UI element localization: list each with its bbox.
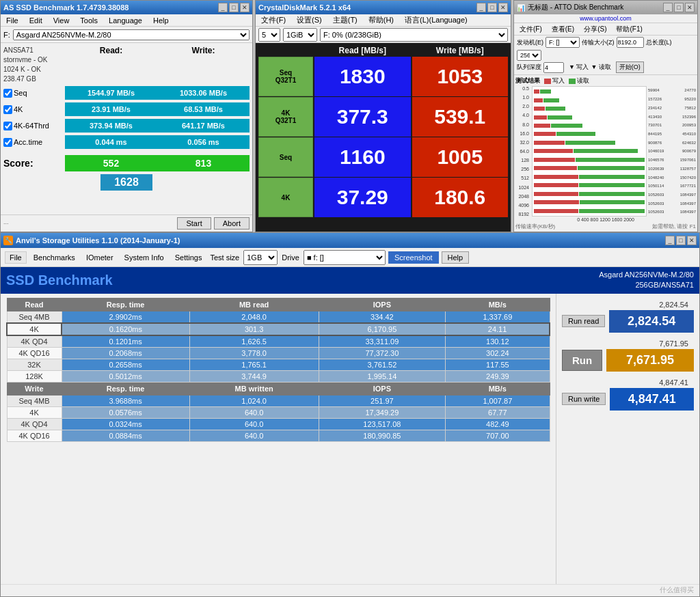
cdm-window: CrystalDiskMark 5.2.1 x64 _ □ ✕ 文件(F) 设置…: [255, 0, 511, 232]
atto-x-axis: 0 400 800 1200 1600 2000: [577, 217, 634, 222]
atto-close-btn[interactable]: ✕: [685, 3, 695, 12]
atto-length-select[interactable]: 256 M: [517, 50, 541, 61]
cdm-seq-q32t1-read: 1830: [314, 57, 411, 96]
anvil-write-4kqd4-row: 4K QD4 0.0324ms 640.0 123,517.08 482.49: [7, 418, 550, 430]
atto-y-512: 512: [515, 176, 529, 180]
anvil-run-total-score-box: 7,671.95: [606, 349, 694, 372]
anvil-menu-file[interactable]: File: [5, 251, 27, 264]
as-ssd-seq-write: 1033.06 MB/s: [157, 86, 250, 100]
as-ssd-score-label: Score:: [3, 158, 65, 169]
atto-length-label: 总长度(L): [646, 38, 672, 47]
anvil-write-4k-row: 4K 0.0576ms 640.0 17,349.29 67.77: [7, 406, 550, 418]
atto-menu-edit[interactable]: 查看(E): [549, 25, 577, 34]
anvil-run-btn[interactable]: Run: [562, 350, 602, 371]
atto-menu-file[interactable]: 文件(F): [517, 25, 545, 34]
anvil-menu-settings[interactable]: Settings: [171, 252, 206, 263]
atto-maximize-btn[interactable]: □: [674, 3, 684, 12]
anvil-close-btn[interactable]: ✕: [687, 236, 697, 245]
anvil-run-read-score-small: 2,824.54: [659, 301, 694, 309]
atto-minimize-btn[interactable]: _: [663, 3, 673, 12]
as-ssd-toolbar: F: Asgard AN256NVMe-M.2/80: [1, 27, 252, 43]
as-ssd-menu-language[interactable]: Language: [106, 16, 145, 25]
as-ssd-window: AS SSD Benchmark 1.7.4739.38088 _ □ ✕ Fi…: [0, 0, 253, 232]
atto-y-8192: 8192: [515, 212, 529, 217]
as-ssd-start-btn[interactable]: Start: [177, 217, 211, 230]
atto-units: 传输速率(KB/秒): [515, 223, 555, 230]
cdm-drive-select[interactable]: F: 0% (0/238GiB): [320, 28, 508, 42]
anvil-testsize-select[interactable]: 1GB: [243, 250, 278, 265]
cdm-maximize-btn[interactable]: □: [487, 3, 497, 12]
as-ssd-score-read: 552: [65, 155, 157, 171]
atto-transfer-label: 传输大小(Z): [582, 38, 615, 47]
cdm-menu-lang[interactable]: 语言(L)(Language): [402, 15, 470, 25]
anvil-write-4kqd16-row: 4K QD16 0.0884ms 640.0 180,990.85 707.00: [7, 430, 550, 441]
anvil-write-seq4mb-row: Seq 4MB 3.9688ms 1,024.0 251.97 1,007.87: [7, 395, 550, 406]
anvil-run-write-score-box: 4,847.41: [610, 388, 694, 411]
anvil-menu-sysinfo[interactable]: System Info: [120, 252, 168, 263]
as-ssd-menubar: File Edit View Tools Language Help: [1, 14, 252, 27]
atto-read-label: ▼ 读取: [591, 63, 610, 72]
atto-drive-label: 发动机(E): [517, 38, 543, 47]
cdm-title: CrystalDiskMark 5.2.1 x64: [258, 3, 351, 12]
as-ssd-4k64-read: 373.94 MB/s: [65, 119, 157, 133]
cdm-close-btn[interactable]: ✕: [498, 3, 508, 12]
atto-legend-write: 写入: [544, 77, 565, 85]
atto-drive-select[interactable]: F: []: [546, 37, 580, 48]
anvil-minimize-btn[interactable]: _: [665, 236, 675, 245]
atto-start-btn[interactable]: 开始(O): [616, 61, 644, 73]
as-ssd-4k64-cb[interactable]: [3, 122, 12, 130]
as-ssd-4k-read: 23.91 MB/s: [65, 102, 157, 116]
cdm-menu-file[interactable]: 文件(F): [258, 15, 288, 25]
as-ssd-minimize-btn[interactable]: _: [218, 3, 228, 12]
as-ssd-drive-select[interactable]: Asgard AN256NVMe-M.2/80: [13, 29, 250, 40]
atto-website: www.upantool.com: [580, 15, 632, 22]
cdm-4k-q32t1-read: 377.3: [314, 97, 411, 137]
anvil-header-info: Asgard AN256NVMe-M.2/80 256GB/ANS5A71: [599, 270, 694, 291]
as-ssd-menu-view[interactable]: View: [51, 16, 72, 25]
cdm-menu-settings[interactable]: 设置(S): [294, 15, 325, 25]
cdm-menubar: 文件(F) 设置(S) 主题(T) 帮助(H) 语言(L)(Language): [256, 14, 511, 27]
anvil-col-mbs: MB/s: [446, 298, 550, 311]
anvil-run-read-btn[interactable]: Run read: [562, 315, 605, 327]
cdm-menu-theme[interactable]: 主题(T): [330, 15, 360, 25]
as-ssd-4k-write: 68.53 MB/s: [157, 102, 250, 116]
atto-menu-share[interactable]: 分享(S): [581, 25, 609, 34]
cdm-minimize-btn[interactable]: _: [476, 3, 486, 12]
anvil-menu-iometer[interactable]: IOmeter: [82, 252, 118, 263]
anvil-screenshot-btn[interactable]: Screenshot: [388, 251, 439, 264]
cdm-size-select[interactable]: 1GiB: [283, 28, 317, 42]
anvil-help-btn[interactable]: Help: [442, 251, 470, 264]
as-ssd-menu-file[interactable]: File: [3, 16, 21, 25]
as-ssd-4k-cb[interactable]: [3, 105, 12, 114]
as-ssd-acctime-cb[interactable]: [3, 138, 12, 147]
as-ssd-acctime-row: Acc.time 0.044 ms 0.056 ms: [3, 135, 250, 150]
cdm-menu-help[interactable]: 帮助(H): [366, 15, 396, 25]
cdm-col-write: Write [MB/s]: [412, 46, 509, 55]
as-ssd-col-read: Read:: [65, 46, 157, 84]
as-ssd-menu-edit[interactable]: Edit: [27, 16, 45, 25]
atto-queue-input[interactable]: [543, 62, 564, 73]
as-ssd-seq-cb[interactable]: [3, 89, 12, 98]
atto-y-128: 128: [515, 158, 529, 163]
anvil-header-title: SSD Benchmark: [6, 273, 113, 288]
atto-y-0-5: 0.5: [515, 86, 529, 91]
anvil-run-write-btn[interactable]: Run write: [562, 393, 606, 405]
anvil-read-seq4mb-row: Seq 4MB 2.9902ms 2,048.0 334.42 1,337.69: [7, 311, 550, 323]
as-ssd-menu-help[interactable]: Help: [150, 16, 172, 25]
cdm-count-select[interactable]: 5: [258, 28, 280, 42]
as-ssd-abort-btn[interactable]: Abort: [214, 217, 250, 230]
anvil-testsize-label: Test size: [208, 253, 241, 262]
anvil-run-total-score-small: 7,671.95: [659, 339, 694, 348]
anvil-maximize-btn[interactable]: □: [676, 236, 686, 245]
atto-transfer-input[interactable]: [617, 37, 644, 48]
anvil-drive-select[interactable]: ■ f: []: [304, 250, 386, 265]
as-ssd-menu-tools[interactable]: Tools: [77, 16, 100, 25]
as-ssd-close-btn[interactable]: ✕: [240, 3, 250, 12]
atto-menu-help[interactable]: 帮助(F1): [613, 25, 645, 34]
as-ssd-acctime-write: 0.056 ms: [157, 135, 250, 149]
as-ssd-titlebar: AS SSD Benchmark 1.7.4739.38088 _ □ ✕: [1, 1, 252, 14]
cdm-seq-q32t1-label: Seq Q32T1: [258, 57, 313, 96]
anvil-menu-benchmarks[interactable]: Benchmarks: [29, 252, 79, 263]
as-ssd-maximize-btn[interactable]: □: [229, 3, 239, 12]
atto-queue-label: 队列深度: [517, 63, 541, 72]
